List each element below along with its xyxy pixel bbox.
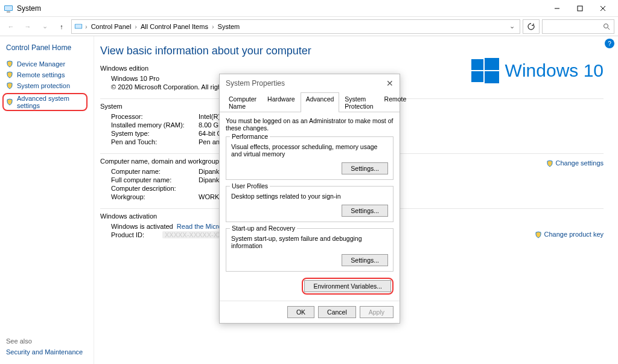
svg-rect-12 <box>485 58 499 70</box>
tab-hardware[interactable]: Hardware <box>262 92 301 112</box>
performance-group: Performance Visual effects, processor sc… <box>226 136 393 180</box>
svg-rect-2 <box>7 11 10 13</box>
address-dropdown[interactable]: ⌄ <box>507 22 517 30</box>
svg-rect-13 <box>471 71 483 82</box>
admin-note: You must be logged on as an Administrato… <box>226 117 393 132</box>
label: Computer description: <box>111 185 199 192</box>
windows-logo-text: Windows 10 <box>505 60 604 81</box>
user-profiles-settings-button[interactable]: Settings... <box>342 205 388 217</box>
close-icon[interactable]: ✕ <box>386 78 393 88</box>
shield-icon <box>6 98 13 106</box>
breadcrumb-item[interactable]: System <box>217 23 241 30</box>
label: Pen and Touch: <box>111 138 199 145</box>
shield-icon <box>6 60 13 68</box>
minimize-button[interactable] <box>546 0 569 17</box>
left-navigation: Control Panel Home Device Manager Remote… <box>0 36 94 364</box>
search-input[interactable] <box>542 19 614 34</box>
label: System type: <box>111 130 199 137</box>
edition-name: Windows 10 Pro <box>111 75 159 82</box>
svg-rect-14 <box>485 71 499 83</box>
startup-recovery-group: Start-up and Recovery System start-up, s… <box>226 228 393 272</box>
label: Full computer name: <box>111 176 199 184</box>
search-icon <box>603 23 610 30</box>
maximize-button[interactable] <box>569 0 591 17</box>
svg-rect-4 <box>578 6 582 11</box>
remote-settings-link[interactable]: Remote settings <box>6 71 88 78</box>
page-heading: View basic information about your comput… <box>100 45 604 57</box>
user-profiles-group: User Profiles Desktop settings related t… <box>226 186 393 222</box>
advanced-system-settings-link[interactable]: Advanced system settings <box>6 95 84 109</box>
chevron-right-icon: › <box>85 23 88 30</box>
change-product-key-link[interactable]: Change product key <box>535 231 604 238</box>
svg-line-10 <box>608 28 610 30</box>
activation-status: Windows is activated <box>111 223 173 230</box>
group-title: User Profiles <box>230 182 270 190</box>
control-panel-home-link[interactable]: Control Panel Home <box>6 43 88 52</box>
system-icon <box>4 4 13 13</box>
system-icon <box>74 22 83 31</box>
svg-point-9 <box>604 24 608 28</box>
window-title: System <box>17 4 41 13</box>
ok-button[interactable]: OK <box>287 306 314 318</box>
highlight-annotation: Advanced system settings <box>2 93 88 111</box>
see-also-heading: See also <box>6 337 83 345</box>
svg-rect-8 <box>75 24 82 28</box>
change-settings-link[interactable]: Change settings <box>546 159 604 167</box>
tab-computer-name[interactable]: Computer Name <box>223 92 262 112</box>
tab-remote[interactable]: Remote <box>379 92 412 112</box>
svg-rect-11 <box>471 59 483 70</box>
window-titlebar: System <box>0 0 618 17</box>
system-protection-link[interactable]: System protection <box>6 82 88 89</box>
startup-recovery-settings-button[interactable]: Settings... <box>342 254 388 266</box>
windows-logo: Windows 10 <box>471 57 604 85</box>
system-properties-dialog: System Properties ✕ Computer Name Hardwa… <box>219 74 400 324</box>
recent-dropdown[interactable]: ⌄ <box>37 19 52 34</box>
back-button[interactable]: ← <box>4 19 18 34</box>
label: Processor: <box>111 113 199 120</box>
tab-advanced[interactable]: Advanced <box>301 92 340 112</box>
security-maintenance-link[interactable]: Security and Maintenance <box>6 348 83 356</box>
chevron-right-icon: › <box>212 23 214 30</box>
apply-button[interactable]: Apply <box>360 306 393 318</box>
chevron-right-icon: › <box>135 23 137 30</box>
svg-rect-1 <box>5 6 12 10</box>
device-manager-link[interactable]: Device Manager <box>6 60 88 68</box>
group-description: System start-up, system failure and debu… <box>231 235 388 249</box>
breadcrumb-item[interactable]: Control Panel <box>90 23 133 30</box>
label: Product ID: <box>111 231 162 238</box>
breadcrumb-item[interactable]: All Control Panel Items <box>139 23 209 30</box>
close-button[interactable] <box>591 0 614 17</box>
label: Installed memory (RAM): <box>111 121 199 129</box>
group-description: Desktop settings related to your sign-in <box>231 193 388 200</box>
group-title: Performance <box>230 133 270 140</box>
label: Computer name: <box>111 168 199 175</box>
environment-variables-button[interactable]: Environment Variables... <box>304 280 391 292</box>
windows-icon <box>471 57 499 85</box>
refresh-button[interactable] <box>523 19 540 34</box>
forward-button[interactable]: → <box>21 19 35 34</box>
cancel-button[interactable]: Cancel <box>318 306 356 318</box>
dialog-titlebar[interactable]: System Properties ✕ <box>220 74 400 92</box>
performance-settings-button[interactable]: Settings... <box>342 162 388 174</box>
dialog-footer: OK Cancel Apply <box>220 301 400 323</box>
group-description: Visual effects, processor scheduling, me… <box>231 143 388 158</box>
up-button[interactable]: ↑ <box>54 19 69 34</box>
address-bar[interactable]: › Control Panel › All Control Panel Item… <box>71 19 520 34</box>
label: Workgroup: <box>111 193 199 200</box>
shield-icon <box>6 82 13 89</box>
dialog-tabs: Computer Name Hardware Advanced System P… <box>220 92 400 112</box>
shield-icon <box>6 71 13 78</box>
highlight-annotation: Environment Variables... <box>302 278 393 295</box>
navigation-bar: ← → ⌄ ↑ › Control Panel › All Control Pa… <box>0 17 618 36</box>
see-also-section: See also Security and Maintenance <box>6 337 83 356</box>
shield-icon <box>535 231 542 238</box>
group-title: Start-up and Recovery <box>230 225 297 232</box>
tab-system-protection[interactable]: System Protection <box>339 92 378 112</box>
dialog-title: System Properties <box>226 79 285 88</box>
shield-icon <box>546 159 553 167</box>
